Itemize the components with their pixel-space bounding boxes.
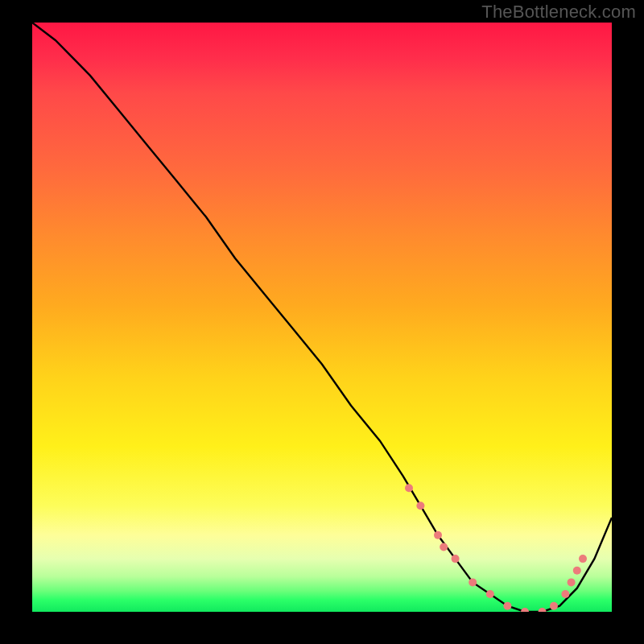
marker-dot [573,567,581,575]
marker-dot [469,578,477,586]
bottleneck-curve [32,23,612,612]
chart-frame: TheBottleneck.com [0,0,644,644]
plot-area [32,23,612,612]
marker-dot [503,602,511,610]
marker-dot [416,502,424,510]
marker-dot [440,543,448,551]
marker-dot [434,531,442,539]
watermark-text: TheBottleneck.com [481,2,636,23]
marker-dot [521,608,529,612]
marker-dot [486,590,494,598]
marker-dot [550,602,558,610]
marker-dot [539,608,547,612]
marker-dot [568,578,576,586]
marker-dot [452,555,460,563]
marker-dot [405,484,413,492]
curve-layer [32,23,612,612]
marker-dots [405,484,587,612]
marker-dot [561,590,569,598]
marker-dot [579,555,587,563]
